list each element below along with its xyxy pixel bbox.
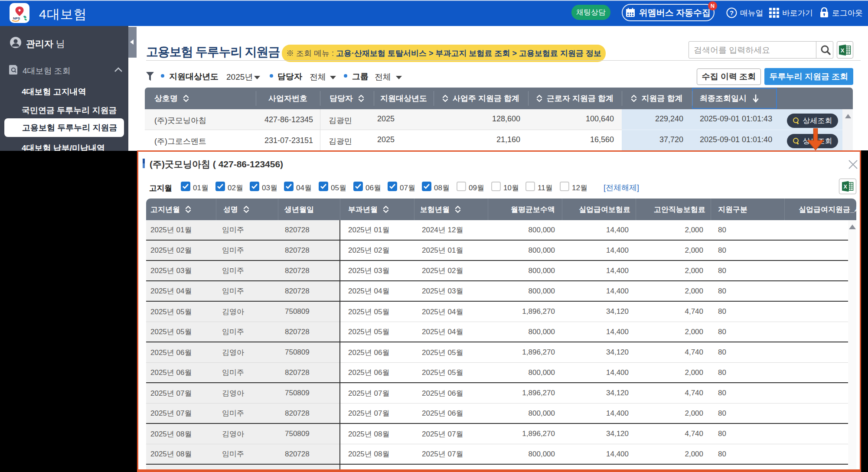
svg-text:X: X bbox=[843, 184, 847, 190]
svg-text:NPS: NPS bbox=[13, 16, 20, 20]
svg-text:X: X bbox=[841, 47, 845, 54]
svg-text:?: ? bbox=[730, 9, 734, 16]
